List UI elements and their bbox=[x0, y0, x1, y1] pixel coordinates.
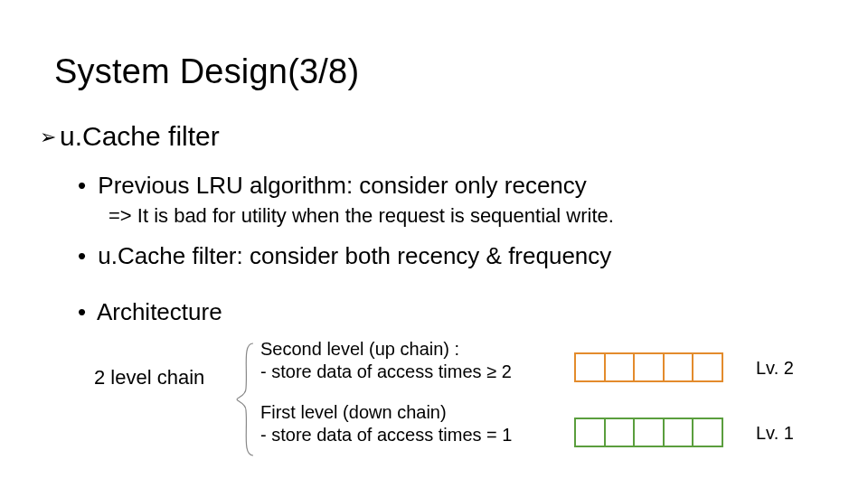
down-chain-line1: First level (down chain) bbox=[260, 401, 512, 424]
down-chain-blocks bbox=[574, 418, 723, 447]
up-chain-line2: - store data of access times ≥ 2 bbox=[260, 361, 512, 383]
brace-icon bbox=[235, 342, 255, 457]
bullet-previous-lru: • Previous LRU algorithm: consider only … bbox=[78, 172, 587, 200]
bullet-text: Architecture bbox=[97, 298, 222, 325]
block-cell bbox=[604, 418, 634, 447]
up-chain-description: Second level (up chain) : - store data o… bbox=[260, 338, 512, 383]
block-cell bbox=[692, 352, 723, 382]
chain-label: 2 level chain bbox=[94, 366, 204, 389]
block-cell bbox=[692, 418, 723, 447]
block-cell bbox=[663, 352, 693, 382]
bullet-dot-icon: • bbox=[78, 242, 86, 269]
sub-bullet-utility: => It is bad for utility when the reques… bbox=[108, 204, 614, 228]
up-chain-blocks bbox=[574, 352, 723, 382]
block-cell bbox=[633, 352, 663, 382]
level-1-label: Lv. 1 bbox=[756, 423, 794, 444]
down-chain-line2: - store data of access times = 1 bbox=[260, 424, 512, 446]
bullet-text: Previous LRU algorithm: consider only re… bbox=[98, 172, 586, 199]
bullet-dot-icon: • bbox=[78, 172, 86, 199]
block-cell bbox=[574, 418, 604, 447]
arrow-icon: ➢ bbox=[40, 126, 56, 149]
block-cell bbox=[574, 352, 604, 382]
block-cell bbox=[663, 418, 693, 447]
level-2-label: Lv. 2 bbox=[756, 358, 794, 379]
up-chain-line1: Second level (up chain) : bbox=[260, 338, 512, 361]
bullet-architecture: • Architecture bbox=[78, 298, 222, 326]
bullet-text: u.Cache filter: consider both recency & … bbox=[98, 242, 611, 269]
down-chain-description: First level (down chain) - store data of… bbox=[260, 401, 512, 446]
slide-title: System Design(3/8) bbox=[54, 52, 359, 91]
bullet-ucache-filter: • u.Cache filter: consider both recency … bbox=[78, 242, 611, 270]
bullet-dot-icon: • bbox=[78, 298, 86, 325]
block-cell bbox=[633, 418, 663, 447]
block-cell bbox=[604, 352, 634, 382]
section-heading: ➢ u.Cache filter bbox=[40, 121, 220, 152]
section-label: u.Cache filter bbox=[60, 121, 220, 152]
